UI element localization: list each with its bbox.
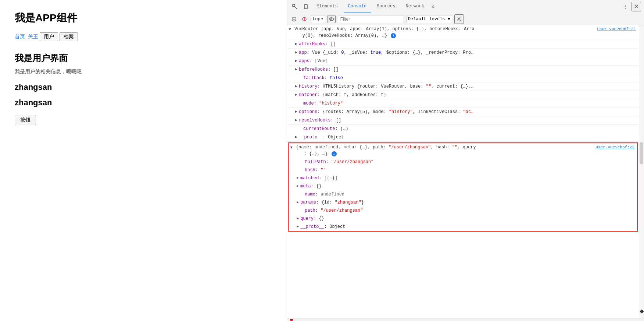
device-toggle-icon[interactable] — [301, 2, 311, 11]
page-title: 我是用户界面 — [15, 52, 272, 64]
more-options-icon[interactable]: ⋮ — [620, 2, 630, 11]
devtools-tabbar: Elements Console Sources Network » ⋮ ✕ — [287, 0, 644, 13]
tab-network[interactable]: Network — [401, 0, 428, 13]
nav-links: 首页 关王 用户 档案 — [15, 32, 272, 41]
context-select[interactable]: top ▼ — [311, 15, 325, 23]
page-desc: 我是用户的相关信息，嗯嗯嗯 — [15, 68, 272, 75]
expand-arrow-matched[interactable]: ▶ — [297, 175, 299, 181]
expand-arrow-beforehooks[interactable]: ▶ — [295, 66, 297, 73]
prop-matcher: ▶ matcher: {match: f, addRoutes: f} — [287, 91, 639, 99]
prop-afterHooks: ▶ afterHooks: [] — [287, 40, 639, 49]
console-entry-vuerouter: User.vue?cb6f:21 ▶ VueRouter {app: Vue, … — [287, 25, 639, 40]
prop-hash: hash: "" — [289, 166, 637, 174]
prop-matched: ▶ matched: [{…}] — [289, 174, 637, 182]
svg-point-8 — [329, 18, 334, 21]
scrollbar-thumb[interactable] — [640, 142, 643, 164]
prop-meta: ▶ meta: {} — [289, 182, 637, 190]
expand-arrow-history[interactable]: ▶ — [295, 83, 297, 90]
expand-arrow-proto2[interactable]: ▶ — [297, 223, 299, 230]
expand-arrow-1[interactable]: ▶ — [287, 28, 293, 31]
console-bottom-bar — [287, 318, 644, 321]
expand-arrow-resolvehooks[interactable]: ▶ — [295, 117, 297, 124]
prop-query: ▶ query: {} — [289, 215, 637, 223]
tab-console[interactable]: Console — [344, 0, 371, 13]
prop-name: name: undefined — [289, 190, 637, 198]
inspect-element-icon[interactable] — [290, 2, 300, 11]
tab-sources[interactable]: Sources — [372, 0, 400, 13]
prop-options: ▶ options: {routes: Array(5), mode: "his… — [287, 108, 639, 116]
prop-fullpath: fullPath: "/user/zhangsan" — [289, 158, 637, 166]
prop-app: ▶ app: Vue {_uid: 0, _isVue: true, $opti… — [287, 49, 639, 57]
prop-fallback: fallback: false — [287, 74, 639, 82]
archive-btn[interactable]: 档案 — [60, 32, 78, 41]
expand-arrow-proto1[interactable]: ▶ — [295, 134, 297, 141]
svg-point-10 — [458, 18, 460, 20]
close-devtools-icon[interactable]: ✕ — [632, 2, 641, 11]
home-link[interactable]: 首页 — [15, 33, 25, 40]
route-header: User.vue?cb6f:22 ▶ {name: undefined, met… — [289, 143, 637, 158]
context-select-arrow: ▼ — [321, 17, 323, 21]
tab-elements[interactable]: Elements — [312, 0, 342, 13]
eye-icon[interactable] — [328, 15, 336, 23]
console-scrollbar[interactable] — [639, 25, 644, 318]
expand-arrow-options[interactable]: ▶ — [295, 109, 297, 115]
expand-arrow-matcher[interactable]: ▶ — [295, 92, 297, 98]
expand-arrow-afterhooks[interactable]: ▶ — [295, 41, 297, 47]
scroll-down-arrow[interactable] — [640, 309, 644, 313]
console-output-wrapper: User.vue?cb6f:21 ▶ VueRouter {app: Vue, … — [287, 25, 644, 318]
expand-arrow-route[interactable]: ▶ — [288, 147, 294, 149]
expand-arrow-app[interactable]: ▶ — [295, 49, 297, 56]
vuerouter-header-text: VueRouter {app: Vue, apps: Array(1), opt… — [294, 27, 475, 38]
svg-rect-0 — [293, 4, 295, 7]
prop-resolvehooks: ▶ resolveHooks: [] — [287, 116, 639, 125]
prop-beforehooks: ▶ beforeHooks: [] — [287, 66, 639, 74]
log-levels-select[interactable]: Default levels ▼ — [406, 15, 452, 23]
prop-currentroute: currentRoute: (…) — [287, 125, 639, 133]
username2: zhangsan — [15, 98, 272, 107]
expand-arrow-apps[interactable]: ▶ — [295, 58, 297, 64]
context-select-value: top — [312, 17, 321, 22]
devtools-panel: Elements Console Sources Network » ⋮ ✕ — [287, 0, 644, 321]
console-output[interactable]: User.vue?cb6f:21 ▶ VueRouter {app: Vue, … — [287, 25, 639, 318]
error-indicator — [290, 319, 293, 321]
svg-line-1 — [295, 7, 297, 9]
file-ref-1[interactable]: User.vue?cb6f:21 — [597, 26, 636, 32]
close-link[interactable]: 关王 — [28, 33, 38, 40]
filter-icon[interactable] — [300, 15, 308, 23]
more-tabs-button[interactable]: » — [430, 4, 436, 10]
scroll-bottom-area — [639, 308, 644, 315]
prop-proto-1: ▶ __proto__: Object — [287, 133, 639, 142]
prop-params: ▶ params: {id: "zhangsan"} — [289, 198, 637, 207]
clear-console-icon[interactable] — [290, 15, 298, 23]
username1: zhangsan — [15, 82, 272, 92]
user-btn[interactable]: 用户 — [40, 32, 58, 41]
route-header-text: {name: undefined, meta: {…}, path: "/use… — [296, 145, 476, 156]
expand-arrow-params[interactable]: ▶ — [297, 199, 299, 206]
action-button[interactable]: 按钮 — [15, 115, 36, 125]
filter-input[interactable] — [338, 15, 404, 23]
prop-mode: mode: "history" — [287, 99, 639, 108]
prop-proto-2: ▶ __proto__: Object — [289, 223, 637, 231]
prop-history: ▶ history: HTML5History {router: VueRout… — [287, 82, 639, 91]
expand-arrow-query[interactable]: ▶ — [297, 215, 299, 222]
app-title: 我是APP组件 — [15, 11, 272, 25]
left-panel: 我是APP组件 首页 关王 用户 档案 我是用户界面 我是用户的相关信息，嗯嗯嗯… — [0, 0, 287, 321]
prop-apps: ▶ apps: [Vue] — [287, 57, 639, 66]
expand-arrow-meta[interactable]: ▶ — [297, 183, 299, 190]
file-ref-2[interactable]: User.vue?cb6f:22 — [595, 144, 634, 151]
svg-point-9 — [331, 18, 332, 20]
console-entry-route: User.vue?cb6f:22 ▶ {name: undefined, met… — [288, 142, 638, 232]
console-toolbar: top ▼ Default levels ▼ — [287, 13, 644, 25]
console-settings-icon[interactable] — [454, 14, 464, 24]
prop-path: path: "/user/zhangsan" — [289, 207, 637, 215]
